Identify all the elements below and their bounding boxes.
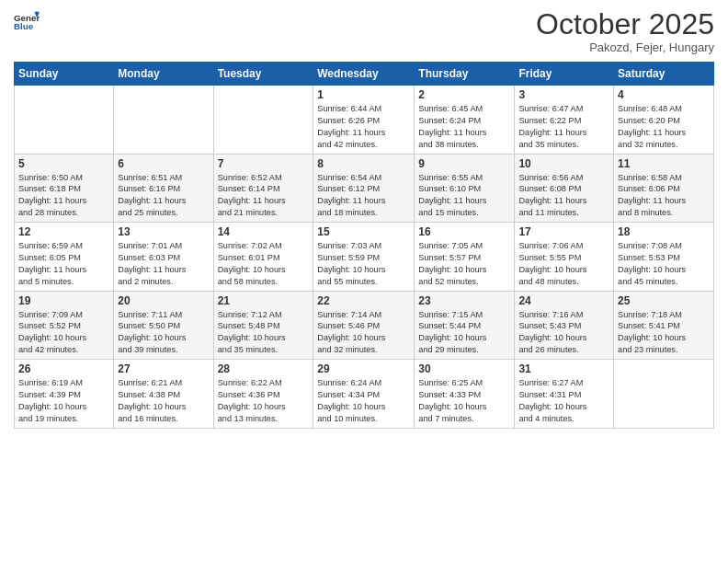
- day-number: 23: [418, 294, 510, 307]
- col-wednesday: Wednesday: [313, 63, 415, 86]
- calendar-cell: 5Sunrise: 6:50 AM Sunset: 6:18 PM Daylig…: [15, 154, 114, 223]
- day-info: Sunrise: 6:25 AM Sunset: 4:33 PM Dayligh…: [418, 377, 510, 425]
- logo: General Blue: [14, 9, 41, 35]
- day-number: 4: [618, 88, 710, 101]
- page: General Blue October 2025 Pakozd, Fejer,…: [0, 0, 728, 563]
- day-number: 21: [218, 294, 310, 307]
- calendar-week-1: 1Sunrise: 6:44 AM Sunset: 6:26 PM Daylig…: [15, 86, 714, 155]
- day-number: 16: [418, 225, 510, 238]
- col-sunday: Sunday: [15, 63, 114, 86]
- calendar-cell: 6Sunrise: 6:51 AM Sunset: 6:16 PM Daylig…: [114, 154, 213, 223]
- day-info: Sunrise: 7:18 AM Sunset: 5:41 PM Dayligh…: [618, 309, 710, 357]
- calendar-table: Sunday Monday Tuesday Wednesday Thursday…: [14, 62, 714, 429]
- calendar-cell: 27Sunrise: 6:21 AM Sunset: 4:38 PM Dayli…: [114, 360, 213, 429]
- col-friday: Friday: [515, 63, 614, 86]
- day-info: Sunrise: 7:12 AM Sunset: 5:48 PM Dayligh…: [218, 309, 310, 357]
- logo-icon: General Blue: [14, 9, 40, 35]
- calendar-cell: 16Sunrise: 7:05 AM Sunset: 5:57 PM Dayli…: [415, 223, 515, 292]
- calendar-cell: 19Sunrise: 7:09 AM Sunset: 5:52 PM Dayli…: [15, 291, 114, 360]
- day-number: 10: [518, 157, 609, 170]
- day-number: 25: [618, 294, 710, 307]
- calendar-cell: 8Sunrise: 6:54 AM Sunset: 6:12 PM Daylig…: [313, 154, 415, 223]
- calendar-cell: 15Sunrise: 7:03 AM Sunset: 5:59 PM Dayli…: [313, 223, 415, 292]
- calendar-week-4: 19Sunrise: 7:09 AM Sunset: 5:52 PM Dayli…: [15, 291, 714, 360]
- day-number: 30: [418, 362, 510, 375]
- day-number: 13: [118, 225, 209, 238]
- day-number: 18: [618, 225, 710, 238]
- calendar-cell: 23Sunrise: 7:15 AM Sunset: 5:44 PM Dayli…: [415, 291, 515, 360]
- day-info: Sunrise: 6:56 AM Sunset: 6:08 PM Dayligh…: [518, 172, 609, 220]
- col-tuesday: Tuesday: [213, 63, 313, 86]
- day-info: Sunrise: 7:14 AM Sunset: 5:46 PM Dayligh…: [317, 309, 410, 357]
- calendar-cell: 28Sunrise: 6:22 AM Sunset: 4:36 PM Dayli…: [213, 360, 313, 429]
- calendar-cell: 20Sunrise: 7:11 AM Sunset: 5:50 PM Dayli…: [114, 291, 213, 360]
- calendar-cell: 17Sunrise: 7:06 AM Sunset: 5:55 PM Dayli…: [515, 223, 614, 292]
- calendar-cell: 24Sunrise: 7:16 AM Sunset: 5:43 PM Dayli…: [515, 291, 614, 360]
- day-number: 19: [18, 294, 109, 307]
- day-info: Sunrise: 6:55 AM Sunset: 6:10 PM Dayligh…: [418, 172, 510, 220]
- calendar-cell: 10Sunrise: 6:56 AM Sunset: 6:08 PM Dayli…: [515, 154, 614, 223]
- location: Pakozd, Fejer, Hungary: [536, 40, 714, 54]
- calendar-cell: [114, 86, 213, 155]
- calendar-week-3: 12Sunrise: 6:59 AM Sunset: 6:05 PM Dayli…: [15, 223, 714, 292]
- day-number: 20: [118, 294, 209, 307]
- day-number: 26: [18, 362, 109, 375]
- day-info: Sunrise: 6:54 AM Sunset: 6:12 PM Dayligh…: [317, 172, 410, 220]
- day-number: 31: [518, 362, 609, 375]
- calendar-cell: 11Sunrise: 6:58 AM Sunset: 6:06 PM Dayli…: [614, 154, 714, 223]
- day-number: 15: [317, 225, 410, 238]
- calendar-cell: 4Sunrise: 6:48 AM Sunset: 6:20 PM Daylig…: [614, 86, 714, 155]
- day-info: Sunrise: 6:59 AM Sunset: 6:05 PM Dayligh…: [18, 240, 109, 288]
- day-info: Sunrise: 6:45 AM Sunset: 6:24 PM Dayligh…: [418, 103, 510, 151]
- day-info: Sunrise: 6:27 AM Sunset: 4:31 PM Dayligh…: [518, 377, 609, 425]
- calendar-cell: 2Sunrise: 6:45 AM Sunset: 6:24 PM Daylig…: [415, 86, 515, 155]
- day-info: Sunrise: 7:06 AM Sunset: 5:55 PM Dayligh…: [518, 240, 609, 288]
- calendar-cell: [213, 86, 313, 155]
- day-number: 29: [317, 362, 410, 375]
- day-info: Sunrise: 6:50 AM Sunset: 6:18 PM Dayligh…: [18, 172, 109, 220]
- day-number: 6: [118, 157, 209, 170]
- day-number: 22: [317, 294, 410, 307]
- calendar-cell: 21Sunrise: 7:12 AM Sunset: 5:48 PM Dayli…: [213, 291, 313, 360]
- title-block: October 2025 Pakozd, Fejer, Hungary: [536, 9, 714, 54]
- day-info: Sunrise: 6:44 AM Sunset: 6:26 PM Dayligh…: [317, 103, 410, 151]
- day-number: 24: [518, 294, 609, 307]
- day-number: 1: [317, 88, 410, 101]
- calendar-cell: 3Sunrise: 6:47 AM Sunset: 6:22 PM Daylig…: [515, 86, 614, 155]
- calendar-cell: 29Sunrise: 6:24 AM Sunset: 4:34 PM Dayli…: [313, 360, 415, 429]
- day-info: Sunrise: 7:09 AM Sunset: 5:52 PM Dayligh…: [18, 309, 109, 357]
- month-title: October 2025: [536, 9, 714, 39]
- calendar-header-row: Sunday Monday Tuesday Wednesday Thursday…: [15, 63, 714, 86]
- calendar-week-5: 26Sunrise: 6:19 AM Sunset: 4:39 PM Dayli…: [15, 360, 714, 429]
- calendar-cell: 18Sunrise: 7:08 AM Sunset: 5:53 PM Dayli…: [614, 223, 714, 292]
- day-info: Sunrise: 6:52 AM Sunset: 6:14 PM Dayligh…: [218, 172, 310, 220]
- day-info: Sunrise: 6:47 AM Sunset: 6:22 PM Dayligh…: [518, 103, 609, 151]
- day-number: 5: [18, 157, 109, 170]
- day-info: Sunrise: 6:19 AM Sunset: 4:39 PM Dayligh…: [18, 377, 109, 425]
- calendar-cell: 22Sunrise: 7:14 AM Sunset: 5:46 PM Dayli…: [313, 291, 415, 360]
- calendar-cell: [614, 360, 714, 429]
- calendar-cell: [15, 86, 114, 155]
- day-info: Sunrise: 6:22 AM Sunset: 4:36 PM Dayligh…: [218, 377, 310, 425]
- day-number: 28: [218, 362, 310, 375]
- col-monday: Monday: [114, 63, 213, 86]
- day-number: 27: [118, 362, 209, 375]
- day-number: 2: [418, 88, 510, 101]
- day-info: Sunrise: 7:01 AM Sunset: 6:03 PM Dayligh…: [118, 240, 209, 288]
- calendar-cell: 14Sunrise: 7:02 AM Sunset: 6:01 PM Dayli…: [213, 223, 313, 292]
- day-info: Sunrise: 6:24 AM Sunset: 4:34 PM Dayligh…: [317, 377, 410, 425]
- day-number: 3: [518, 88, 609, 101]
- day-info: Sunrise: 7:11 AM Sunset: 5:50 PM Dayligh…: [118, 309, 209, 357]
- day-number: 11: [618, 157, 710, 170]
- calendar-cell: 9Sunrise: 6:55 AM Sunset: 6:10 PM Daylig…: [415, 154, 515, 223]
- day-info: Sunrise: 7:05 AM Sunset: 5:57 PM Dayligh…: [418, 240, 510, 288]
- day-number: 7: [218, 157, 310, 170]
- day-number: 9: [418, 157, 510, 170]
- calendar-cell: 26Sunrise: 6:19 AM Sunset: 4:39 PM Dayli…: [15, 360, 114, 429]
- header: General Blue October 2025 Pakozd, Fejer,…: [14, 9, 714, 54]
- calendar-cell: 31Sunrise: 6:27 AM Sunset: 4:31 PM Dayli…: [515, 360, 614, 429]
- day-info: Sunrise: 6:51 AM Sunset: 6:16 PM Dayligh…: [118, 172, 209, 220]
- day-info: Sunrise: 6:58 AM Sunset: 6:06 PM Dayligh…: [618, 172, 710, 220]
- col-saturday: Saturday: [614, 63, 714, 86]
- col-thursday: Thursday: [415, 63, 515, 86]
